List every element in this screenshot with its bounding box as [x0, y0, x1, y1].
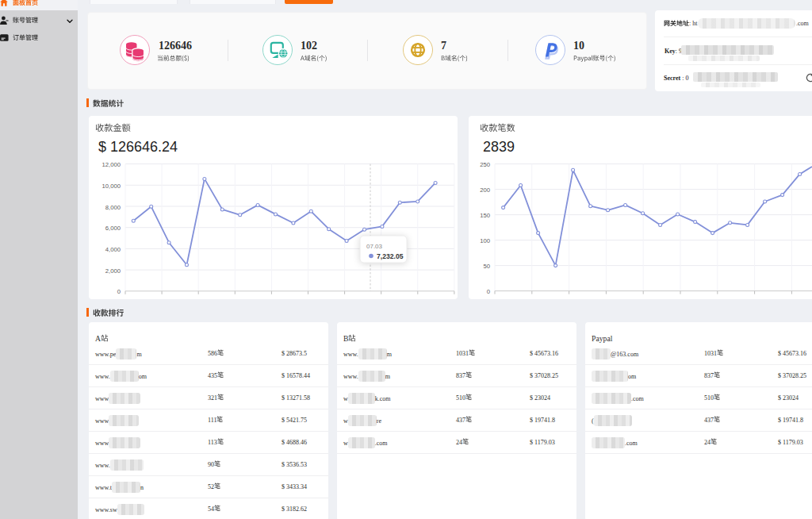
- svg-text:250: 250: [480, 161, 490, 168]
- svg-text:100: 100: [480, 237, 490, 244]
- svg-text:07.03: 07.03: [366, 243, 383, 250]
- svg-text:2,000: 2,000: [105, 267, 121, 275]
- svg-text:0: 0: [487, 288, 490, 295]
- svg-text:10,000: 10,000: [102, 183, 121, 190]
- svg-text:4,000: 4,000: [105, 246, 121, 253]
- svg-text:12,000: 12,000: [102, 161, 121, 168]
- svg-text:8,000: 8,000: [105, 204, 121, 211]
- svg-text:6,000: 6,000: [105, 225, 121, 232]
- svg-text:7,232.05: 7,232.05: [377, 252, 404, 260]
- svg-text:150: 150: [480, 212, 490, 219]
- svg-text:0: 0: [117, 288, 121, 295]
- svg-text:200: 200: [480, 186, 490, 194]
- svg-text:50: 50: [483, 263, 490, 270]
